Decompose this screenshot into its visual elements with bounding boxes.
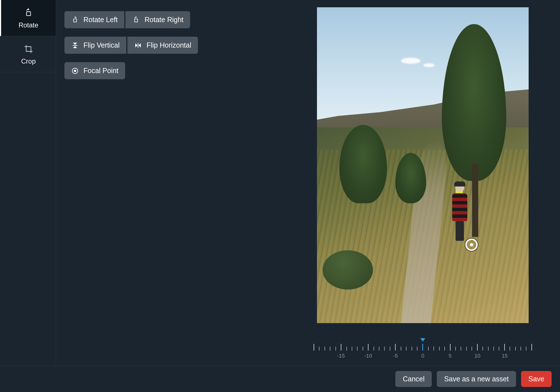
rotate-left-button[interactable]: Rotate Left [64, 11, 124, 28]
crop-icon [24, 44, 34, 54]
svg-rect-2 [135, 19, 138, 22]
button-label: Focal Point [83, 67, 118, 75]
button-label: Rotate Left [83, 16, 118, 24]
ruler-label: 0 [421, 353, 424, 359]
rotate-left-icon [71, 16, 79, 24]
flip-vertical-button[interactable]: Flip Vertical [64, 37, 126, 54]
svg-rect-1 [74, 19, 77, 22]
svg-point-4 [74, 70, 76, 72]
focal-point-icon [71, 67, 79, 75]
ruler-label: -5 [393, 353, 398, 359]
button-label: Flip Horizontal [146, 41, 191, 49]
ruler-label: -10 [364, 353, 372, 359]
ruler-label: -15 [337, 353, 345, 359]
sidebar-tab-label: Crop [21, 57, 36, 65]
flip-horizontal-icon [134, 41, 142, 49]
ruler-labels: -15-10-5051015 [314, 353, 532, 360]
flip-vertical-icon [71, 41, 79, 49]
sidebar-tab-rotate[interactable]: Rotate [0, 0, 56, 36]
rotate-icon [24, 8, 34, 18]
flip-horizontal-button[interactable]: Flip Horizontal [127, 37, 198, 54]
sidebar-tab-crop[interactable]: Crop [0, 36, 56, 72]
sidebar: Rotate Crop [0, 0, 56, 366]
preview-image[interactable] [317, 7, 529, 323]
main-area: Rotate Crop [0, 0, 560, 366]
rotation-ruler[interactable]: -15-10-5051015 [314, 340, 532, 362]
button-label: Flip Vertical [83, 41, 120, 49]
preview-area: -15-10-5051015 [286, 0, 560, 366]
focal-point-button[interactable]: Focal Point [64, 62, 125, 79]
sidebar-tab-label: Rotate [18, 21, 38, 29]
save-as-new-asset-button[interactable]: Save as a new asset [437, 371, 516, 387]
ruler-label: 15 [502, 353, 508, 359]
rotate-right-button[interactable]: Rotate Right [125, 11, 190, 28]
rotate-right-icon [132, 16, 140, 24]
button-label: Rotate Right [144, 16, 183, 24]
ruler-ticks [314, 343, 532, 351]
svg-rect-0 [26, 12, 30, 16]
flip-button-group: Flip Vertical Flip Horizontal [64, 37, 277, 54]
footer-actions: Cancel Save as a new asset Save [0, 366, 560, 392]
focal-point-marker[interactable] [465, 239, 478, 251]
save-button[interactable]: Save [521, 371, 552, 387]
cancel-button[interactable]: Cancel [395, 371, 432, 387]
focal-point-group: Focal Point [64, 62, 277, 79]
rotate-button-group: Rotate Left Rotate Right [64, 11, 277, 28]
tool-panel: Rotate Left Rotate Right [56, 0, 286, 366]
ruler-pointer-icon [420, 338, 425, 342]
image-editor-app: Rotate Crop [0, 0, 560, 392]
ruler-label: 10 [474, 353, 480, 359]
ruler-label: 5 [449, 353, 452, 359]
